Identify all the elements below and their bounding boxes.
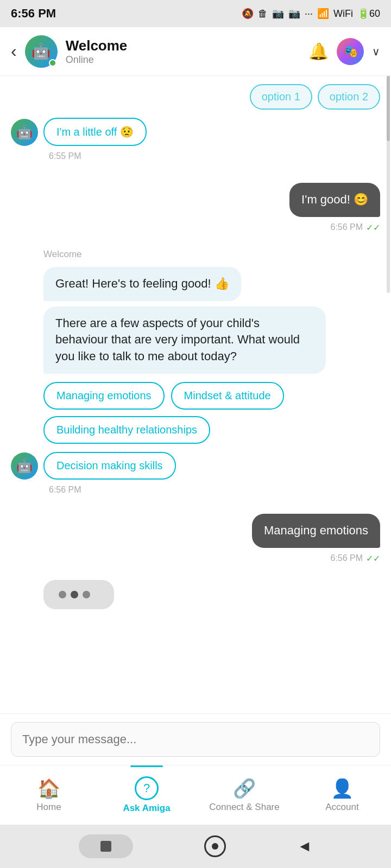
circle-inner bbox=[212, 843, 218, 850]
bell-icon[interactable]: 🔔 bbox=[308, 42, 329, 61]
battery-icon: 🔋60 bbox=[357, 8, 380, 20]
active-underline bbox=[130, 765, 163, 767]
timestamp-managing-emotions: 6:56 PM ✓✓ bbox=[11, 553, 380, 564]
header-info: Welcome Online bbox=[66, 37, 308, 66]
message-input[interactable] bbox=[11, 722, 380, 757]
timestamp-im-good: 6:56 PM ✓✓ bbox=[11, 222, 380, 233]
system-circle-button[interactable] bbox=[204, 835, 226, 857]
timestamp-choices: 6:56 PM bbox=[49, 485, 380, 495]
system-home-button[interactable] bbox=[79, 834, 133, 858]
trash-icon: 🗑 bbox=[258, 8, 268, 20]
scrollbar-track[interactable] bbox=[387, 76, 390, 293]
bot-avatar: 🤖 bbox=[25, 35, 58, 68]
system-nav: ◄ bbox=[0, 825, 391, 868]
message-input-area bbox=[0, 713, 391, 765]
read-checkmarks-2: ✓✓ bbox=[366, 553, 380, 564]
scrollbar-thumb[interactable] bbox=[387, 76, 390, 141]
read-checkmarks: ✓✓ bbox=[366, 222, 380, 233]
choice-bubble-little-off: I'm a little off 😟 bbox=[43, 118, 147, 146]
bubble-im-good: I'm good! 😊 bbox=[289, 183, 380, 217]
decision-row: 🤖 Decision making skills bbox=[11, 452, 380, 480]
message-row-little-off: 🤖 I'm a little off 😟 bbox=[11, 118, 380, 146]
choice-managing-emotions[interactable]: Managing emotions bbox=[43, 382, 165, 410]
partial-messages: option 1 option 2 bbox=[11, 84, 380, 110]
question-mark-icon: ? bbox=[143, 781, 150, 795]
bubble-managing-emotions: Managing emotions bbox=[252, 514, 380, 548]
header-actions: 🔔 🎭 ∨ bbox=[308, 38, 380, 65]
bot-status: Online bbox=[66, 54, 308, 66]
choice-decision-making[interactable]: Decision making skills bbox=[43, 452, 176, 480]
bot-avatar-msg1: 🤖 bbox=[11, 119, 38, 146]
nav-item-ask-amiga[interactable]: ? Ask Amiga bbox=[98, 765, 195, 825]
choice-mindset-attitude[interactable]: Mindset & attitude bbox=[171, 382, 284, 410]
more-icon: ··· bbox=[305, 8, 313, 20]
online-indicator bbox=[49, 59, 56, 67]
typing-indicator-row bbox=[11, 580, 380, 609]
partial-bubble-1: option 1 bbox=[250, 84, 312, 110]
message-row-managing-emotions: Managing emotions bbox=[11, 514, 380, 548]
nav-label-home: Home bbox=[36, 802, 61, 813]
message-row-im-good: I'm good! 😊 bbox=[11, 183, 380, 217]
nav-label-ask-amiga: Ask Amiga bbox=[123, 803, 170, 814]
instagram-icon2: 📷 bbox=[288, 8, 300, 20]
chevron-down-icon[interactable]: ∨ bbox=[372, 45, 380, 58]
nav-label-connect-share: Connect & Share bbox=[209, 802, 279, 813]
account-icon: 👤 bbox=[331, 777, 354, 799]
share-icon: 🔗 bbox=[233, 777, 256, 799]
signal-icon: 📶 bbox=[317, 8, 329, 20]
home-icon: 🏠 bbox=[37, 777, 60, 799]
back-button[interactable]: ‹ bbox=[11, 41, 17, 61]
chat-header: ‹ 🤖 Welcome Online 🔔 🎭 ∨ bbox=[0, 27, 391, 76]
instagram-icon1: 📷 bbox=[272, 8, 284, 20]
typing-bubble bbox=[43, 580, 114, 609]
bubble-aspects: There are a few aspects of your child's … bbox=[43, 307, 326, 374]
bottom-nav: 🏠 Home ? Ask Amiga 🔗 Connect & Share 👤 A… bbox=[0, 765, 391, 825]
system-back-button[interactable]: ◄ bbox=[297, 838, 312, 855]
nav-label-account: Account bbox=[325, 802, 358, 813]
mute-icon: 🔕 bbox=[242, 8, 254, 20]
choice-healthy-relationships[interactable]: Building healthy relationships bbox=[43, 416, 210, 444]
timestamp-little-off: 6:55 PM bbox=[49, 151, 380, 161]
stop-icon bbox=[100, 841, 111, 852]
sender-label-welcome: Welcome bbox=[43, 249, 380, 260]
choice-buttons-area: Managing emotions Mindset & attitude Bui… bbox=[43, 382, 380, 444]
status-bar: 6:56 PM 🔕 🗑 📷 📷 ··· 📶 WiFi 🔋60 bbox=[0, 0, 391, 27]
typing-dot-2 bbox=[71, 591, 78, 598]
bubble-feeling-good: Great! Here's to feeling good! 👍 bbox=[43, 267, 241, 301]
message-row-feeling-good: Great! Here's to feeling good! 👍 bbox=[11, 267, 380, 301]
ask-amiga-icon: ? bbox=[135, 776, 159, 800]
status-time: 6:56 PM bbox=[11, 7, 56, 21]
chat-area: option 1 option 2 🤖 I'm a little off 😟 6… bbox=[0, 76, 391, 713]
status-icons: 🔕 🗑 📷 📷 ··· 📶 WiFi 🔋60 bbox=[242, 8, 380, 20]
nav-item-home[interactable]: 🏠 Home bbox=[0, 765, 98, 825]
bot-name: Welcome bbox=[66, 37, 308, 54]
bot-avatar-decision: 🤖 bbox=[11, 452, 38, 480]
user-avatar[interactable]: 🎭 bbox=[337, 38, 364, 65]
wifi-icon: WiFi bbox=[333, 8, 353, 20]
typing-dot-3 bbox=[83, 591, 90, 598]
nav-item-connect-share[interactable]: 🔗 Connect & Share bbox=[195, 765, 293, 825]
message-row-aspects: There are a few aspects of your child's … bbox=[11, 307, 380, 374]
partial-bubble-2: option 2 bbox=[318, 84, 380, 110]
typing-dot-1 bbox=[59, 591, 66, 598]
nav-item-account[interactable]: 👤 Account bbox=[293, 765, 391, 825]
